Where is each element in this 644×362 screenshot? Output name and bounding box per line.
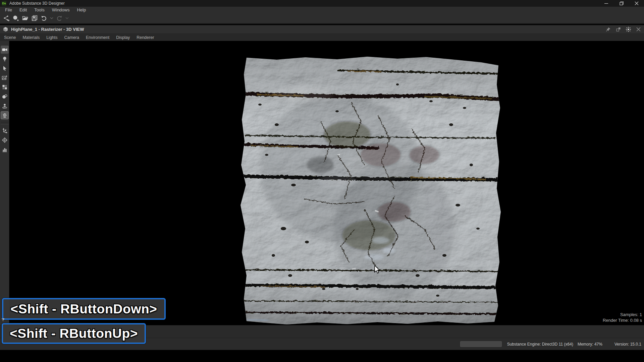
viewport-3d[interactable]: Samples: 1 Render Time: 0.08 s xyxy=(9,41,644,325)
restore-icon[interactable] xyxy=(614,0,629,7)
viewport-corner-filter-icon[interactable] xyxy=(1,318,5,322)
new-graph-icon[interactable] xyxy=(2,14,11,22)
rock-plane-render xyxy=(236,54,503,325)
focus-layout-icon[interactable] xyxy=(625,26,631,33)
camera-icon[interactable] xyxy=(1,46,9,54)
redo-dropdown-icon[interactable] xyxy=(64,14,70,22)
environment-image-icon[interactable] xyxy=(1,74,9,82)
select-arrow-icon[interactable] xyxy=(1,64,9,72)
window-title: Adobe Substance 3D Designer xyxy=(9,1,65,6)
undo-dropdown-icon[interactable] xyxy=(49,14,54,22)
view-menu-lights[interactable]: Lights xyxy=(43,35,61,40)
cube-icon xyxy=(3,26,8,32)
bottom-black-strip xyxy=(0,350,644,362)
panel-close-icon[interactable] xyxy=(635,26,641,33)
view-menu-camera[interactable]: Camera xyxy=(61,35,83,40)
panel-title: HighPlane_1 - Rasterizer - 3D VIEW xyxy=(11,27,84,32)
display-settings-gear-icon[interactable] xyxy=(1,111,9,119)
panel-header: HighPlane_1 - Rasterizer - 3D VIEW xyxy=(0,25,644,34)
render-stats: Samples: 1 Render Time: 0.08 s xyxy=(603,312,642,323)
menu-file[interactable]: File xyxy=(1,7,16,12)
menu-help[interactable]: Help xyxy=(73,7,90,12)
menu-windows[interactable]: Windows xyxy=(48,7,73,12)
main-menu-bar: File Edit Tools Windows Help xyxy=(0,7,644,13)
redo-icon[interactable] xyxy=(55,14,64,22)
new-package-icon[interactable] xyxy=(11,14,20,22)
main-toolbar xyxy=(0,13,644,24)
keypress-overlay-shift-rbuttondown: <Shift - RButtonDown> xyxy=(2,298,166,320)
menu-tools[interactable]: Tools xyxy=(31,7,48,12)
workspace: Samples: 1 Render Time: 0.08 s xyxy=(0,41,644,325)
close-icon[interactable] xyxy=(629,0,644,7)
app-window: Ds Adobe Substance 3D Designer File Edit… xyxy=(0,0,644,362)
window-controls xyxy=(599,0,644,7)
view-menu-bar: Scene Materials Lights Camera Environmen… xyxy=(0,34,644,41)
float-window-icon[interactable] xyxy=(615,26,621,33)
minimize-icon[interactable] xyxy=(599,0,614,7)
view-menu-renderer[interactable]: Renderer xyxy=(133,35,157,40)
tool-strip-separator xyxy=(1,122,9,125)
view-menu-environment[interactable]: Environment xyxy=(83,35,113,40)
pin-icon[interactable] xyxy=(605,26,611,33)
view-menu-scene[interactable]: Scene xyxy=(1,35,19,40)
mouse-cursor xyxy=(374,265,380,275)
status-memory: Memory: 47% xyxy=(578,342,602,347)
undo-icon[interactable] xyxy=(40,14,48,22)
view-tool-strip xyxy=(0,41,9,325)
app-logo-icon: Ds xyxy=(2,1,6,6)
histogram-icon[interactable] xyxy=(1,145,9,154)
material-checker-icon[interactable] xyxy=(1,83,9,91)
samples-label: Samples: 1 xyxy=(603,312,642,317)
light-icon[interactable] xyxy=(1,55,9,63)
menu-edit[interactable]: Edit xyxy=(16,7,31,12)
keypress-overlay-shift-rbuttonup: <Shift - RButtonUp> xyxy=(2,323,146,344)
progress-bar xyxy=(460,341,502,347)
render-time-label: Render Time: 0.08 s xyxy=(603,317,642,323)
avatar-icon[interactable] xyxy=(1,102,9,110)
sphere-icon[interactable] xyxy=(1,93,9,101)
panel-header-icons xyxy=(605,26,644,33)
transform-axis-icon[interactable] xyxy=(1,127,9,135)
view-menu-materials[interactable]: Materials xyxy=(19,35,43,40)
status-version: Version: 15.0.1 xyxy=(614,342,641,347)
title-bar: Ds Adobe Substance 3D Designer xyxy=(0,0,644,7)
status-engine: Substance Engine: Direct3D 11 (x64) xyxy=(507,342,573,347)
open-icon[interactable] xyxy=(21,14,30,22)
save-icon[interactable] xyxy=(30,14,39,22)
wireframe-diamond-icon[interactable] xyxy=(1,136,9,144)
view-menu-display[interactable]: Display xyxy=(113,35,133,40)
